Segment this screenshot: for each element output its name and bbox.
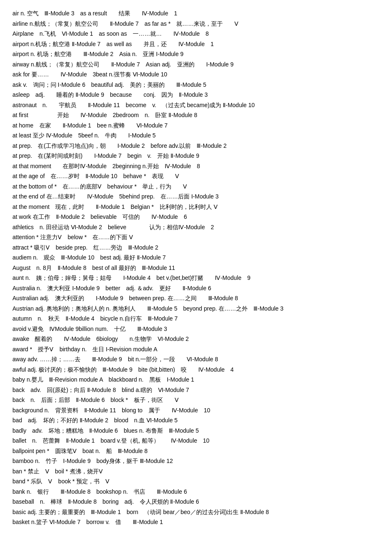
dictionary-line: aunt n. 姨；伯母；婶母；舅母；姑母 Ⅰ-Module 4 bet v.(… <box>12 273 380 283</box>
dictionary-line: at least 至少 Ⅳ-Module 5beef n. 牛肉 Ⅰ-Modul… <box>12 130 380 141</box>
dictionary-line: at work 在工作 Ⅱ-Module 2 believable 可信的 Ⅳ-… <box>12 212 380 222</box>
dictionary-line: away adv. ……掉；……去 Ⅲ-Module 9 bit n.一部分，一… <box>12 354 380 365</box>
dictionary-line: baby n.婴儿 Ⅲ-Revision module A blackboard… <box>12 375 380 385</box>
dictionary-line: at the age of 在……岁时 Ⅱ-Module 10 behave *… <box>12 171 380 181</box>
dictionary-line: ban * 禁止 Ⅴ boil * 煮沸，烧开Ⅴ <box>12 466 380 477</box>
dictionary-line: back n. 后面；后部 Ⅱ-Module 6 block * 板子，街区 Ⅴ <box>12 395 380 405</box>
dictionary-line: asleep adj. 睡着的 Ⅱ-Module 9 because conj.… <box>12 90 380 100</box>
dictionary-line: astronaut n. 宇航员 Ⅱ-Module 11 become v. （… <box>12 100 380 110</box>
dictionary-line: Australian adj. 澳大利亚的 Ⅰ-Module 9 between… <box>12 293 380 304</box>
dictionary-line: at the end of 在…结束时 Ⅳ-Module 5behind pre… <box>12 191 380 202</box>
dictionary-line: bank n. 银行 Ⅲ-Module 8 bookshop n. 书店 Ⅲ-M… <box>12 487 380 497</box>
dictionary-line: Airplane n.飞机 Ⅵ-Module 1 as soon as 一……就… <box>12 29 380 39</box>
dictionary-line: audiem n. 观众 Ⅲ-Module 10 best adj. 最好 Ⅱ-… <box>12 252 380 263</box>
dictionary-line: at prep. 在(某时间或时刻) Ⅰ-Module 7 begin v. 开… <box>12 151 380 161</box>
dictionary-line: ballet n. 芭蕾舞 Ⅱ-Module 1 board v.登（机, 船等… <box>12 436 380 446</box>
dictionary-line: air n. 空气 Ⅲ-Module 3 as a result 结果 Ⅳ-Mo… <box>12 8 380 19</box>
dictionary-line: attract * 吸引Ⅴ beside prep. 红……旁边 Ⅲ-Modul… <box>12 242 380 253</box>
dictionary-line: at home 在家 Ⅱ-Module 1 bee n.蜜蜂 Ⅵ-Module … <box>12 120 380 131</box>
dictionary-line: badly adv. 坏地；糟糕地 Ⅱ-Module 6 blues n. 布鲁… <box>12 426 380 436</box>
dictionary-line: ask v. 询问；问 Ⅰ-Module 6 beautiful adj. 美的… <box>12 80 380 90</box>
dictionary-line: awake 醒着的 Ⅳ-Module 6biology n.生物学 Ⅵ-Modu… <box>12 334 380 344</box>
dictionary-line: Australia n. 澳大利亚 Ⅰ-Module 9 better adj.… <box>12 283 380 294</box>
dictionary-line: band * 乐队 Ⅴ book * 预定，书 Ⅴ <box>12 476 380 487</box>
dictionary-line: airway n.航线；（常复）航空公司 Ⅱ-Module 7 Asian ad… <box>12 59 380 70</box>
dictionary-line: August n. 8月 Ⅱ-Module 8 best of all 最好的 … <box>12 263 380 273</box>
dictionary-line: award * 授予Ⅴ birthday n. 生日 Ⅰ-Revision mo… <box>12 344 380 355</box>
dictionary-line: bad adj. 坏的；不好的 Ⅱ-Module 2 blood n.血 Ⅵ-M… <box>12 415 380 426</box>
dictionary-line: attention * 注意力Ⅴ below * 在……的下面 Ⅴ <box>12 232 380 242</box>
dictionary-line: basic adj. 主要的；最重要的 Ⅲ-Module 1 born （动词 … <box>12 507 380 517</box>
dictionary-line: autumn n. 秋天 Ⅱ-Module 4 bicycle n.自行车 Ⅲ-… <box>12 314 380 324</box>
dictionary-line: back adv. 回(原处)；向后 Ⅱ-Module 8 blind a.瞎的… <box>12 385 380 395</box>
dictionary-line: airline n.航线；（常复）航空公司 Ⅱ-Module 7 as far … <box>12 19 380 29</box>
dictionary-line: at the bottom of * 在……的底部Ⅴ behaviour * 举… <box>12 181 380 192</box>
dictionary-line: at first 开始 Ⅳ-Module 2bedroom n. 卧室 Ⅱ-Mo… <box>12 110 380 120</box>
dictionary-line: ballpoint pen * 圆珠笔Ⅴ boat n. 船 Ⅲ-Module … <box>12 446 380 456</box>
dictionary-line: at the moment 现在，此时 Ⅱ-Module 1 Belgian *… <box>12 202 380 212</box>
dictionary-line: baseball n. 棒球 Ⅱ-Module 8 boring adj. 令人… <box>12 497 380 507</box>
dictionary-line: awful adj. 极讨厌的；极不愉快的 Ⅲ-Module 9 bite (b… <box>12 365 380 375</box>
dictionary-line: basket n.篮子 Ⅵ-Module 7 borrow v. 借 Ⅲ-Mod… <box>12 517 380 527</box>
main-content: air n. 空气 Ⅲ-Module 3 as a result 结果 Ⅳ-Mo… <box>12 8 380 527</box>
dictionary-line: at that moment 在那时Ⅳ-Module 2beginning n.… <box>12 161 380 171</box>
dictionary-line: airport n.机场；航空港 Ⅱ-Module 7 as well as 并… <box>12 39 380 49</box>
dictionary-line: airport n. 机场；航空港 Ⅲ-Module 2 Asia n. 亚洲 … <box>12 49 380 59</box>
dictionary-line: athletics n. 田径运动 Ⅵ-Module 2 believe 认为；… <box>12 222 380 233</box>
dictionary-line: ask for 要…… Ⅳ-Module 3beat n.强节奏 Ⅵ-Modul… <box>12 69 380 80</box>
dictionary-line: avoid v.避免 ⅣModule 9billion num. 十亿 Ⅲ-Mo… <box>12 324 380 334</box>
dictionary-line: at prep. 在(工作或学习地点)向，朝 Ⅰ-Module 2 before… <box>12 141 380 151</box>
dictionary-line: background n. 背景资料 Ⅱ-Module 11 blong to … <box>12 405 380 416</box>
dictionary-entries: air n. 空气 Ⅲ-Module 3 as a result 结果 Ⅳ-Mo… <box>12 8 380 527</box>
dictionary-line: bamboo n. 竹子 Ⅰ-Module 9 body身体，躯干 Ⅲ-Modu… <box>12 456 380 466</box>
dictionary-line: Austrian adj. 奥地利的；奥地利人的 n. 奥地利人 Ⅲ-Modul… <box>12 304 380 314</box>
